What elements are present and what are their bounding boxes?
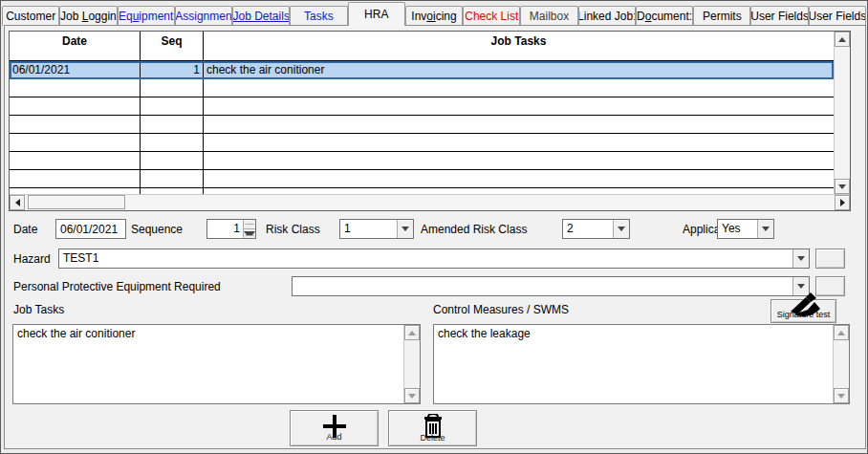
tab-label: Linked Job: — [578, 10, 636, 23]
grid-row-empty[interactable] — [10, 97, 834, 116]
hazard-value: TEST1 — [59, 249, 792, 268]
dropdown-button[interactable] — [613, 220, 629, 238]
delete-button[interactable]: Delete — [388, 410, 477, 446]
tab-user-fields[interactable]: User Fields — [809, 6, 866, 26]
grid-body: Date Seq Job Tasks 06/01/20211check the … — [10, 32, 834, 194]
scroll-down-button[interactable] — [404, 388, 420, 403]
grid-row-empty[interactable] — [10, 134, 834, 152]
tab-check-list[interactable]: Check List — [463, 6, 520, 26]
cell-tasks[interactable] — [204, 79, 834, 97]
dropdown-button[interactable] — [397, 220, 413, 238]
cell-tasks[interactable] — [204, 97, 834, 115]
date-input[interactable] — [55, 219, 126, 239]
tab-invoicing[interactable]: Invoicing — [405, 6, 463, 26]
grid-header-job-tasks[interactable]: Job Tasks — [204, 32, 834, 60]
signature-test-button[interactable]: Signature test — [770, 299, 836, 323]
memo-scrollbar[interactable] — [833, 325, 849, 403]
cell-seq[interactable]: 1 — [141, 61, 204, 78]
cell-seq[interactable] — [141, 134, 204, 151]
tab-assignmen[interactable]: Assignmen — [175, 6, 232, 26]
cell-seq[interactable] — [141, 170, 204, 187]
scroll-down-button[interactable] — [834, 388, 849, 403]
grid-row-empty[interactable] — [10, 170, 834, 188]
tab-equipment[interactable]: Equipment — [118, 6, 175, 26]
cell-date[interactable] — [10, 97, 141, 115]
scroll-up-button[interactable] — [835, 32, 850, 47]
tab-user-fields[interactable]: User Fields — [750, 6, 808, 26]
ppe-select[interactable] — [292, 276, 810, 296]
grid-vertical-scrollbar[interactable] — [834, 32, 850, 194]
cell-tasks[interactable] — [204, 134, 834, 151]
memo-scrollbar[interactable] — [403, 325, 420, 403]
grid-row-empty[interactable] — [10, 79, 834, 97]
cell-date[interactable]: 06/01/2021 — [10, 61, 141, 78]
tab-mailbox[interactable]: Mailbox — [520, 6, 577, 26]
left-arrow-icon — [15, 199, 20, 206]
risk-class-select[interactable]: 1 — [339, 219, 414, 239]
cell-date[interactable] — [10, 79, 141, 97]
control-measures-textarea[interactable]: check the leakage — [433, 324, 850, 404]
ppe-value — [293, 277, 792, 295]
grid-horizontal-scrollbar[interactable] — [10, 194, 850, 210]
cell-date[interactable] — [10, 170, 141, 187]
cell-date[interactable] — [10, 134, 141, 151]
tab-label: Check List — [463, 10, 520, 23]
sequence-down-button[interactable] — [244, 229, 255, 238]
hra-grid: Date Seq Job Tasks 06/01/20211check the … — [9, 31, 851, 211]
grid-header-seq[interactable]: Seq — [141, 32, 204, 60]
dropdown-button[interactable] — [792, 277, 809, 295]
hazard-lookup-button[interactable] — [815, 249, 845, 269]
horizontal-scroll-thumb[interactable] — [28, 195, 125, 209]
cell-tasks[interactable] — [204, 116, 834, 133]
dropdown-button[interactable] — [757, 220, 773, 238]
applicable-select[interactable]: Yes — [717, 219, 774, 239]
add-button[interactable]: Add — [290, 410, 379, 446]
job-tasks-textarea[interactable]: check the air conitioner — [12, 324, 421, 404]
tab-hra[interactable]: HRA — [348, 2, 405, 26]
cell-date[interactable] — [10, 152, 141, 169]
cell-seq[interactable] — [141, 116, 204, 133]
tab-permits[interactable]: Permits — [693, 6, 750, 26]
sequence-stepper[interactable]: 1 — [206, 219, 256, 239]
grid-header-date[interactable]: Date — [10, 32, 141, 60]
tab-job-loggin[interactable]: Job Loggin — [59, 6, 117, 26]
cell-date[interactable] — [10, 116, 141, 133]
scroll-up-button[interactable] — [404, 325, 420, 340]
tab-linked-job[interactable]: Linked Job: — [578, 6, 636, 26]
scroll-left-button[interactable] — [10, 195, 25, 210]
chevron-down-icon — [797, 284, 805, 289]
tab-customer[interactable]: Customer — [2, 6, 59, 26]
amended-risk-class-label: Amended Risk Class — [421, 223, 527, 236]
grid-row-empty[interactable] — [10, 116, 834, 134]
cell-tasks[interactable]: check the air conitioner — [204, 61, 834, 78]
tab-job-details[interactable]: Job Details — [232, 6, 290, 26]
ppe-lookup-button[interactable] — [815, 276, 845, 296]
scroll-up-button[interactable] — [834, 325, 849, 340]
up-arrow-icon — [838, 37, 846, 42]
hazard-select[interactable]: TEST1 — [58, 249, 810, 269]
tab-label: User Fields — [809, 10, 866, 23]
tab-document[interactable]: Document: — [636, 6, 693, 26]
scroll-down-button[interactable] — [835, 179, 850, 194]
sequence-up-button[interactable] — [244, 220, 255, 229]
job-tasks-label: Job Tasks — [13, 303, 64, 316]
cell-seq[interactable] — [141, 152, 204, 169]
down-arrow-icon — [838, 184, 846, 189]
grid-rows: 06/01/20211check the air conitioner — [10, 61, 834, 194]
cell-tasks[interactable] — [204, 170, 834, 187]
sequence-value[interactable]: 1 — [207, 220, 243, 238]
cell-seq[interactable] — [141, 79, 204, 97]
scroll-right-button[interactable] — [835, 195, 850, 210]
job-tasks-text: check the air conitioner — [13, 325, 402, 403]
amended-risk-class-select[interactable]: 2 — [562, 219, 630, 239]
cell-tasks[interactable] — [204, 152, 834, 169]
up-arrow-icon — [408, 331, 416, 335]
dropdown-button[interactable] — [792, 249, 809, 268]
grid-row-empty[interactable] — [10, 152, 834, 170]
grid-header-row: Date Seq Job Tasks — [10, 32, 834, 61]
right-arrow-icon — [840, 199, 845, 206]
cell-seq[interactable] — [141, 97, 204, 115]
grid-row[interactable]: 06/01/20211check the air conitioner — [10, 61, 834, 79]
chevron-down-icon — [762, 227, 770, 231]
tab-tasks[interactable]: Tasks — [290, 6, 347, 26]
